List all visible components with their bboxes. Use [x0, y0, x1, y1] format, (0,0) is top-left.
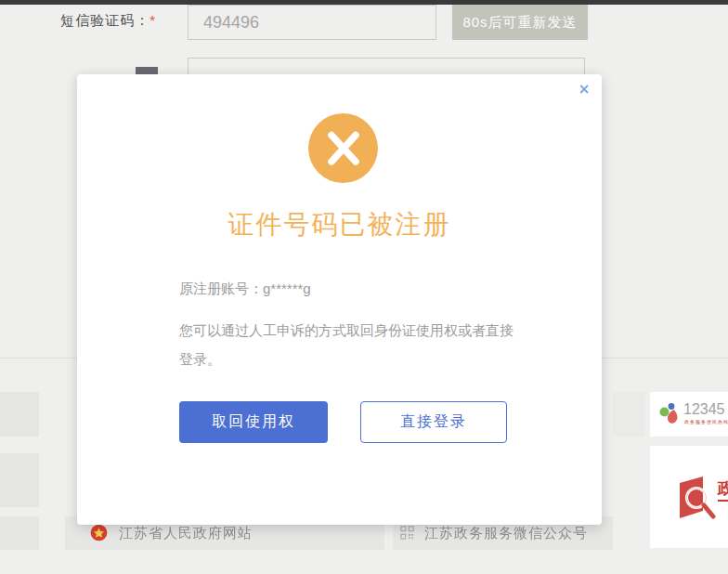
- gov-service-logo-card[interactable]: 政: [650, 446, 728, 548]
- required-asterisk: *: [150, 12, 156, 28]
- reclaim-usage-button[interactable]: 取回使用权: [179, 401, 328, 443]
- hotline-logo-number: 12345: [683, 401, 725, 418]
- footer-block: [613, 392, 644, 437]
- screen: 短信验证码：* 80s后可重新发送 江苏省人民政府网站: [0, 0, 728, 574]
- gov-logo-character: 政: [718, 477, 728, 499]
- footer-block: [0, 516, 39, 550]
- footer-block: [0, 453, 39, 507]
- sms-code-label: 短信验证码：*: [0, 12, 156, 30]
- hotline-12345-logo-card[interactable]: 12345 政务服务便民热线: [650, 392, 728, 437]
- dialog-title: 证件号码已被注册: [77, 207, 602, 242]
- sms-code-input[interactable]: [188, 5, 436, 40]
- direct-login-button[interactable]: 直接登录: [360, 401, 507, 443]
- sms-code-label-text: 短信验证码：: [60, 12, 150, 28]
- resend-code-button[interactable]: 80s后可重新发送: [452, 5, 588, 40]
- close-icon[interactable]: ×: [575, 80, 593, 98]
- hidden-label-fragment: [136, 67, 158, 74]
- hotline-logo-caption: 政务服务便民热线: [684, 419, 728, 424]
- registered-id-dialog: × 证件号码已被注册 原注册账号：g******g 您可以通过人工申诉的方式取回…: [77, 74, 602, 525]
- gov-service-logo-icon: [678, 476, 717, 526]
- error-circle-x-icon: [308, 113, 378, 187]
- footer-block: [0, 392, 39, 437]
- national-emblem-icon: [90, 524, 108, 545]
- original-account-text: 原注册账号：g******g: [179, 280, 311, 298]
- qr-code-icon: [400, 526, 414, 543]
- gov-logo-underline: [718, 500, 728, 502]
- hotline-logo-icon: [657, 402, 682, 430]
- dialog-description: 您可以通过人工申诉的方式取回身份证使用权或者直接登录。: [179, 316, 525, 373]
